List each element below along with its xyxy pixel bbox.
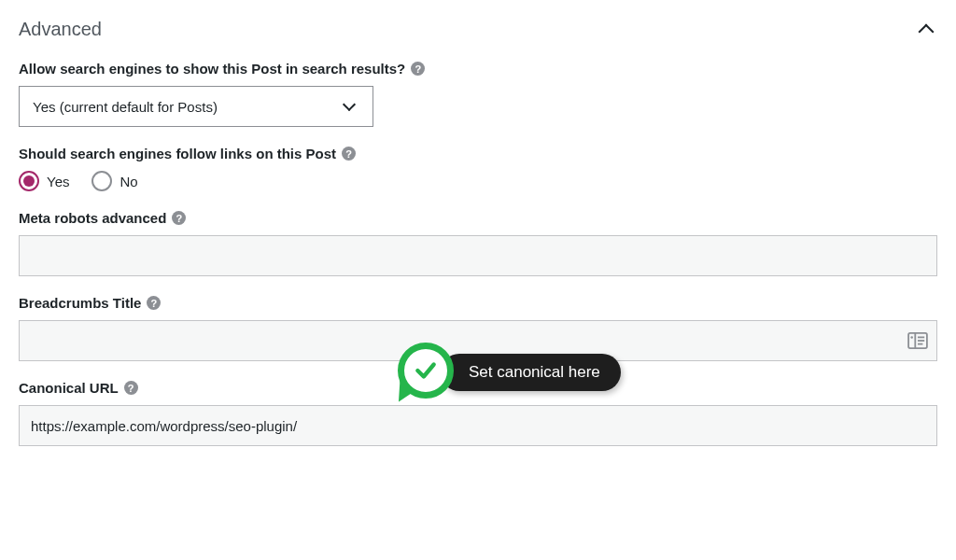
allow-index-label-text: Allow search engines to show this Post i… bbox=[19, 61, 405, 77]
help-icon[interactable]: ? bbox=[172, 211, 186, 225]
follow-links-radios: Yes No bbox=[19, 171, 937, 191]
chevron-down-icon bbox=[343, 98, 356, 111]
canonical-label-text: Canonical URL bbox=[19, 380, 119, 396]
help-icon[interactable]: ? bbox=[342, 147, 356, 161]
radio-icon bbox=[19, 171, 39, 191]
meta-robots-input-wrapper bbox=[19, 235, 937, 276]
canonical-input-wrapper bbox=[19, 405, 937, 446]
callout-text: Set canonical here bbox=[441, 354, 621, 391]
callout-annotation: Set canonical here bbox=[398, 343, 621, 402]
section-title: Advanced bbox=[19, 19, 102, 40]
canonical-group: Set canonical here Canonical URL ? bbox=[19, 380, 937, 446]
radio-label-yes: Yes bbox=[47, 174, 69, 189]
callout-badge bbox=[398, 343, 457, 402]
follow-links-label: Should search engines follow links on th… bbox=[19, 146, 937, 161]
help-icon[interactable]: ? bbox=[147, 296, 161, 310]
svg-point-2 bbox=[910, 336, 913, 339]
meta-robots-label: Meta robots advanced ? bbox=[19, 210, 937, 226]
insert-variable-icon[interactable] bbox=[907, 332, 928, 349]
canonical-url-input[interactable] bbox=[19, 405, 937, 446]
allow-index-select[interactable]: Yes (current default for Posts) bbox=[19, 86, 373, 127]
allow-index-selected: Yes (current default for Posts) bbox=[33, 99, 218, 115]
help-icon[interactable]: ? bbox=[411, 62, 425, 76]
allow-index-group: Allow search engines to show this Post i… bbox=[19, 61, 937, 127]
meta-robots-input[interactable] bbox=[19, 235, 937, 276]
section-header[interactable]: Advanced bbox=[19, 19, 937, 40]
breadcrumbs-label: Breadcrumbs Title ? bbox=[19, 295, 937, 311]
follow-links-group: Should search engines follow links on th… bbox=[19, 146, 937, 191]
allow-index-label: Allow search engines to show this Post i… bbox=[19, 61, 937, 77]
follow-links-radio-yes[interactable]: Yes bbox=[19, 171, 69, 191]
breadcrumbs-label-text: Breadcrumbs Title bbox=[19, 295, 141, 311]
meta-robots-label-text: Meta robots advanced bbox=[19, 210, 166, 226]
chevron-up-icon[interactable] bbox=[921, 21, 937, 38]
follow-links-radio-no[interactable]: No bbox=[91, 171, 137, 191]
follow-links-label-text: Should search engines follow links on th… bbox=[19, 146, 336, 161]
help-icon[interactable]: ? bbox=[124, 381, 138, 395]
radio-icon bbox=[91, 171, 112, 191]
radio-label-no: No bbox=[120, 174, 137, 189]
meta-robots-group: Meta robots advanced ? bbox=[19, 210, 937, 276]
check-circle-icon bbox=[398, 343, 454, 399]
